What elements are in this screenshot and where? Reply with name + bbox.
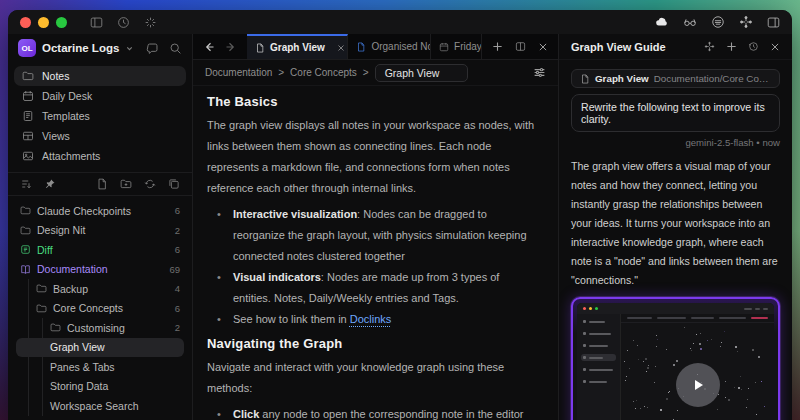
- breadcrumb: Documentation > Core Concepts > Graph Vi…: [193, 60, 558, 86]
- breadcrumb-part[interactable]: Documentation: [205, 67, 272, 78]
- tree-item-daily-desk[interactable]: Daily Desk 3: [16, 416, 184, 420]
- panel-right-icon[interactable]: [767, 16, 780, 29]
- tree-item-panes-tabs[interactable]: Panes & Tabs: [16, 357, 184, 377]
- sidebar-item-daily-desk[interactable]: Daily Desk: [14, 86, 186, 106]
- tab-organised-notes[interactable]: Organised Notes: [348, 34, 431, 59]
- note-count: 6: [175, 244, 180, 255]
- calendar-icon: [439, 42, 449, 52]
- sort-icon[interactable]: [20, 178, 32, 190]
- assistant-title: Graph View Guide: [571, 41, 666, 53]
- panel-left-icon[interactable]: [90, 16, 103, 29]
- tree-item-documentation[interactable]: Documentation 69: [16, 260, 184, 280]
- glasses-icon[interactable]: [683, 15, 697, 29]
- tree-item-core-concepts[interactable]: Core Concepts 6: [16, 299, 184, 319]
- file-tree: Claude Checkpoints 6 Design Nit 2 Diff 6…: [8, 196, 192, 420]
- note-content[interactable]: The Basics The graph view displays all n…: [193, 86, 558, 420]
- document-icon: [255, 43, 265, 53]
- tree-item-design-nit[interactable]: Design Nit 2: [16, 221, 184, 241]
- assistant-response[interactable]: The graph view offers a visual map of yo…: [571, 157, 780, 290]
- bullet-list: Interactive visualization: Nodes can be …: [215, 204, 536, 330]
- tab-friday[interactable]: Friday. D: [431, 34, 482, 59]
- new-file-icon[interactable]: [96, 178, 108, 190]
- archive-icon[interactable]: [711, 15, 725, 29]
- tab-graph-view[interactable]: Graph View Documentatio: [247, 34, 348, 59]
- graph-sparkle-icon[interactable]: [739, 15, 753, 29]
- close-tab-icon[interactable]: [337, 44, 345, 52]
- search-icon[interactable]: [169, 42, 182, 55]
- forward-icon[interactable]: [225, 41, 237, 53]
- doclinks-link[interactable]: Doclinks: [350, 313, 392, 325]
- graph-sparkle-icon[interactable]: [704, 41, 715, 52]
- sidebar-toolbar: [8, 172, 192, 196]
- nav-label: Attachments: [42, 150, 100, 162]
- folder-icon: [20, 205, 31, 216]
- sidebar-item-templates[interactable]: Templates: [14, 106, 186, 126]
- play-button[interactable]: [676, 363, 720, 407]
- calendar-icon: [22, 90, 34, 102]
- sparkle-icon[interactable]: [144, 16, 157, 29]
- workspace-switcher[interactable]: OL Octarine Logs: [8, 34, 192, 62]
- paragraph: Navigate and interact with your knowledg…: [207, 357, 536, 399]
- sidebar-nav: Notes Daily Desk Templates Views Attachm…: [8, 62, 192, 168]
- tree-item-graph-view[interactable]: Graph View: [16, 338, 184, 358]
- nav-label: Notes: [42, 70, 69, 82]
- sidebar-item-attachments[interactable]: Attachments: [14, 146, 186, 166]
- graph-view-thumbnail: [577, 303, 774, 420]
- new-tab-icon[interactable]: [492, 41, 503, 52]
- context-chip[interactable]: Graph View Documentation/Core Concepts: [571, 69, 780, 88]
- note-title-field[interactable]: Graph View: [375, 64, 469, 82]
- bullet-list: Click any node to open the corresponding…: [215, 404, 536, 420]
- folder-icon: [50, 322, 61, 333]
- document-icon: [580, 74, 590, 84]
- tree-item-customising[interactable]: Customising 2: [16, 318, 184, 338]
- new-folder-icon[interactable]: [120, 178, 132, 190]
- note-count: 4: [175, 283, 180, 294]
- zoom-window-button[interactable]: [56, 17, 67, 28]
- table-icon: [22, 130, 34, 142]
- mini-graph-canvas: [621, 314, 774, 420]
- workspace-logo: OL: [18, 39, 36, 57]
- tree-item-backup[interactable]: Backup 4: [16, 279, 184, 299]
- template-icon: [22, 110, 34, 122]
- paragraph: The graph view displays all notes in you…: [207, 115, 536, 199]
- close-pane-icon[interactable]: [538, 42, 548, 52]
- tree-item-claude-checkpoints[interactable]: Claude Checkpoints 6: [16, 201, 184, 221]
- tab-bar: Graph View Documentatio Organised Notes …: [193, 34, 558, 60]
- list-item: Interactive visualization: Nodes can be …: [215, 204, 536, 267]
- sidebar-item-views[interactable]: Views: [14, 126, 186, 146]
- titlebar: [8, 10, 792, 34]
- close-panel-icon[interactable]: [770, 41, 780, 52]
- split-pane-icon[interactable]: [515, 41, 526, 52]
- tree-item-diff[interactable]: Diff 6: [16, 240, 184, 260]
- section-heading: The Basics: [207, 94, 536, 109]
- book-icon: [20, 264, 31, 275]
- pin-icon[interactable]: [44, 178, 56, 190]
- tree-item-workspace-search[interactable]: Workspace Search: [16, 396, 184, 416]
- new-chat-icon[interactable]: [726, 41, 737, 52]
- history-icon[interactable]: [748, 41, 759, 52]
- breadcrumb-separator: >: [363, 67, 369, 78]
- breadcrumb-separator: >: [278, 67, 284, 78]
- note-count: 6: [175, 205, 180, 216]
- cloud-sync-icon[interactable]: [655, 15, 669, 29]
- note-options-icon[interactable]: [533, 66, 546, 79]
- folder-icon: [22, 70, 34, 82]
- section-heading: Navigating the Graph: [207, 336, 536, 351]
- breadcrumb-part[interactable]: Core Concepts: [290, 67, 357, 78]
- back-icon[interactable]: [203, 41, 215, 53]
- context-note-path: Documentation/Core Concepts: [654, 73, 771, 84]
- sync-icon[interactable]: [144, 178, 156, 190]
- tree-item-storing-data[interactable]: Storing Data: [16, 377, 184, 397]
- list-item: See how to link them in Doclinks: [215, 309, 536, 330]
- assistant-header: Graph View Guide: [559, 34, 792, 60]
- video-preview[interactable]: [571, 297, 780, 420]
- note-count: 2: [175, 225, 180, 236]
- timestamp: now: [762, 137, 780, 148]
- image-icon: [22, 150, 34, 162]
- close-window-button[interactable]: [20, 17, 31, 28]
- sidebar-item-notes[interactable]: Notes: [14, 66, 186, 86]
- comment-icon[interactable]: [146, 42, 159, 55]
- minimize-window-button[interactable]: [38, 17, 49, 28]
- collapse-all-icon[interactable]: [168, 178, 180, 190]
- clock-icon[interactable]: [117, 16, 130, 29]
